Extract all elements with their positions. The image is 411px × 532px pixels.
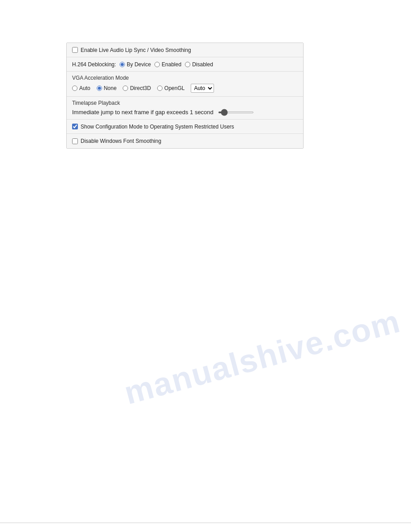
h264-disabled-text: Disabled <box>192 61 213 68</box>
disable-font-text: Disable Windows Font Smoothing <box>81 138 161 144</box>
h264-enabled-radio[interactable] <box>154 62 160 67</box>
disable-font-checkbox[interactable] <box>72 138 78 144</box>
vga-auto-text: Auto <box>79 85 90 91</box>
live-audio-row: Enable Live Audio Lip Sync / Video Smoot… <box>67 43 303 57</box>
h264-enabled-label[interactable]: Enabled <box>154 61 181 68</box>
show-config-checkbox[interactable] <box>72 124 78 129</box>
vga-direct3d-label[interactable]: Direct3D <box>123 85 151 91</box>
h264-deblocking-label: H.264 Deblocking: <box>72 61 116 68</box>
disable-font-label[interactable]: Disable Windows Font Smoothing <box>72 138 161 144</box>
vga-auto-radio[interactable] <box>72 86 77 91</box>
disable-font-row: Disable Windows Font Smoothing <box>67 134 303 148</box>
vga-opengl-radio[interactable] <box>157 86 163 91</box>
h264-disabled-label[interactable]: Disabled <box>185 61 213 68</box>
vga-opengl-text: OpenGL <box>164 85 184 91</box>
h264-enabled-text: Enabled <box>162 61 181 68</box>
vga-radio-row: Auto None Direct3D OpenGL Auto <box>67 82 303 97</box>
vga-mode-dropdown[interactable]: Auto <box>191 84 214 93</box>
timelapse-slider-row: Immediate jump to next frame if gap exce… <box>67 107 303 120</box>
watermark: manualshive.com <box>120 302 404 411</box>
live-audio-text: Enable Live Audio Lip Sync / Video Smoot… <box>81 47 191 53</box>
vga-radio-group: Auto None Direct3D OpenGL Auto <box>72 84 298 93</box>
show-config-row: Show Configuration Mode to Operating Sys… <box>67 120 303 134</box>
timelapse-label-row: Timelapse Playback <box>67 97 303 107</box>
timelapse-slider-text: Immediate jump to next frame if gap exce… <box>72 109 214 116</box>
h264-bydevice-radio[interactable] <box>120 62 125 67</box>
h264-disabled-radio[interactable] <box>185 62 190 67</box>
live-audio-checkbox[interactable] <box>72 47 78 53</box>
vga-acceleration-label: VGA Acceleration Mode <box>72 75 129 81</box>
timelapse-label: Timelapse Playback <box>72 100 120 106</box>
h264-deblocking-row: H.264 Deblocking: By Device Enabled Disa… <box>67 57 303 72</box>
h264-bydevice-text: By Device <box>127 61 151 68</box>
live-audio-label[interactable]: Enable Live Audio Lip Sync / Video Smoot… <box>72 47 191 53</box>
vga-direct3d-text: Direct3D <box>130 85 151 91</box>
bottom-divider <box>0 523 411 523</box>
vga-auto-label[interactable]: Auto <box>72 85 90 91</box>
settings-panel: Enable Live Audio Lip Sync / Video Smoot… <box>66 43 304 149</box>
timelapse-slider-container <box>218 112 254 113</box>
h264-bydevice-label[interactable]: By Device <box>120 61 151 68</box>
vga-none-label[interactable]: None <box>97 85 117 91</box>
vga-direct3d-radio[interactable] <box>123 86 128 91</box>
timelapse-value: 1 <box>190 109 193 116</box>
show-config-label[interactable]: Show Configuration Mode to Operating Sys… <box>72 124 234 130</box>
timelapse-slider[interactable] <box>218 112 254 113</box>
vga-label-row: VGA Acceleration Mode <box>67 72 303 82</box>
vga-none-text: None <box>104 85 117 91</box>
h264-deblocking-group: H.264 Deblocking: By Device Enabled Disa… <box>72 61 213 68</box>
show-config-text: Show Configuration Mode to Operating Sys… <box>81 124 234 130</box>
vga-opengl-label[interactable]: OpenGL <box>157 85 184 91</box>
vga-none-radio[interactable] <box>97 86 102 91</box>
